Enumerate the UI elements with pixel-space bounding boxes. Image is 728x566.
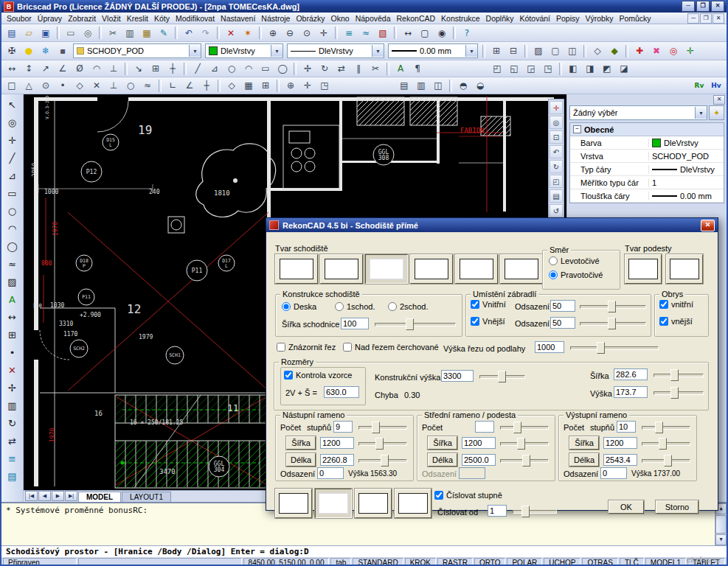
rectangle-icon[interactable]: ▭ [257, 61, 274, 77]
hatch-icon[interactable]: ▨ [4, 273, 21, 290]
kontrola-vzorce-checkbox[interactable] [284, 371, 293, 380]
linetype-combo[interactable]: DleVrstvy ▼ [287, 43, 384, 58]
menu-item-obrazky[interactable]: Obrázky [293, 13, 327, 24]
cislovat-od-input[interactable] [488, 505, 507, 517]
mtext-icon[interactable]: ¶ [409, 61, 426, 77]
text-icon[interactable]: A [392, 61, 409, 77]
vnejsi-zabradli-checkbox[interactable] [471, 317, 479, 326]
rectangle-icon[interactable]: ▭ [4, 184, 21, 202]
property-row-meritko-typu-car[interactable]: Měřítko typu čár1 [570, 176, 724, 189]
stair-preview-button-4[interactable] [395, 489, 431, 518]
menu-item-vyrobky[interactable]: Výrobky [583, 13, 617, 24]
redline-remove-icon[interactable]: ✖ [648, 43, 665, 59]
zoom-extents-icon[interactable]: ⊙ [299, 25, 315, 41]
vnitrni-zabradli-checkbox-row[interactable]: Vnitřní [471, 300, 506, 309]
maximize-button[interactable]: ❐ [696, 1, 710, 12]
vnejsi-odsazeni-input[interactable] [550, 317, 575, 329]
new-icon[interactable]: ▤ [4, 25, 20, 41]
status-toggle-standard[interactable]: STANDARD [353, 558, 403, 566]
point-style-icon[interactable]: ✛ [682, 43, 698, 59]
rotate-icon[interactable]: ↻ [316, 61, 333, 77]
obrys-vnejsi-row[interactable]: vnější [659, 317, 693, 326]
vystupni-rameno-sirka-slider[interactable] [642, 437, 690, 449]
menu-item-popisy[interactable]: Popisy [553, 13, 583, 24]
vyska-slider[interactable] [654, 386, 704, 398]
stredni-rameno-sirka-slider[interactable] [500, 437, 549, 449]
cut-icon[interactable]: ✂ [105, 25, 121, 41]
property-row-barva[interactable]: BarvaDleVrstvy [570, 136, 724, 150]
copy-icon[interactable]: ▥ [122, 25, 138, 41]
text-icon[interactable]: A [4, 290, 21, 308]
collapse-icon[interactable]: − [573, 125, 581, 133]
podesta-type-button-2[interactable] [666, 254, 703, 284]
help-icon[interactable]: ? [459, 25, 475, 41]
doc-close-button[interactable]: ✕ [713, 13, 724, 24]
rotate-icon[interactable]: ↻ [4, 414, 21, 432]
cislovat-od-slider[interactable] [513, 505, 557, 517]
snap-node-icon[interactable]: • [55, 78, 71, 94]
stredni-rameno-sirka-button[interactable]: Šířka [428, 436, 457, 450]
wireframe-icon[interactable]: ◨ [582, 61, 598, 77]
sirka-input[interactable] [614, 368, 648, 380]
render-settings-icon[interactable]: ◪ [616, 61, 632, 77]
save-icon[interactable]: ▣ [38, 25, 54, 41]
property-row-tloustka-cary[interactable]: Tloušťka čáry0.00 mm [570, 189, 724, 203]
vystupni-rameno-sirka-button[interactable]: Šířka [569, 436, 599, 450]
snap-perpendicular-icon[interactable]: ⊥ [105, 78, 122, 94]
zoom-realtime-icon[interactable]: ◎ [550, 116, 563, 129]
color-picker-icon[interactable]: ▧ [375, 25, 391, 41]
sirka-schodnice-slider[interactable] [375, 318, 456, 329]
storno-button[interactable]: Storno [656, 500, 698, 514]
stair-type-button-6[interactable] [500, 254, 543, 284]
obrys-vnitrni-checkbox[interactable] [659, 300, 668, 309]
menu-item-vlozit[interactable]: Vložit [99, 13, 124, 24]
leader-icon[interactable]: ↘ [131, 61, 147, 77]
boundary-icon[interactable]: ◫ [564, 43, 580, 59]
nastupni-rameno-odsazeni-input[interactable] [317, 467, 344, 479]
cerchovane-checkbox[interactable] [343, 343, 352, 352]
trim-icon[interactable]: ✂ [367, 61, 384, 77]
redline-add-icon[interactable]: ✚ [631, 43, 648, 59]
ellipse-icon[interactable]: ◯ [4, 237, 21, 255]
erase-icon[interactable]: ✕ [4, 361, 21, 379]
arc-icon[interactable]: ◠ [240, 61, 257, 77]
menu-item-nastroje[interactable]: Nástroje [258, 13, 293, 24]
podesta-type-button-1[interactable] [625, 254, 662, 284]
vystupni-rameno-pocet-slider[interactable] [642, 421, 690, 433]
obrys-vnejsi-checkbox[interactable] [659, 317, 668, 326]
stredni-rameno-pocet-input[interactable] [475, 421, 494, 433]
id-point-icon[interactable]: ◉ [434, 25, 450, 41]
sirka-schodnice-input[interactable] [341, 318, 369, 329]
front-view-icon[interactable]: ◰ [550, 175, 563, 188]
snap-center-icon[interactable]: ⊙ [38, 78, 54, 94]
radio-levotocive[interactable]: Levotočivé [549, 256, 600, 265]
polyline-icon[interactable]: ⊿ [207, 61, 223, 77]
layer-lock-icon[interactable]: ▪ [55, 43, 71, 59]
tolerance-icon[interactable]: ⊞ [148, 61, 164, 77]
dim-linear-icon[interactable]: ↔ [4, 61, 20, 77]
konstrukcni-vyska-slider[interactable] [479, 370, 525, 382]
grid-icon[interactable]: ▦ [240, 78, 257, 94]
zoom-window-icon[interactable]: ⊡ [550, 130, 563, 144]
pravotocive-radio[interactable] [549, 270, 558, 279]
ucs-icon[interactable]: ✠ [4, 43, 20, 59]
doc-minimize-button[interactable]: ─ [687, 13, 699, 24]
snap-intersection-icon[interactable]: ✕ [89, 78, 105, 94]
dialog-titlebar[interactable]: RekonCAD 4.5 bi - Schodiště přímé ✕ [266, 218, 718, 232]
vystupni-rameno-delka-button[interactable]: Délka [569, 453, 599, 467]
shade-icon[interactable]: ◧ [565, 61, 581, 77]
mirror-icon[interactable]: ⇄ [4, 432, 21, 450]
snap-quadrant-icon[interactable]: ◇ [72, 78, 88, 94]
rv-icon[interactable]: Rv [691, 78, 707, 94]
stredni-rameno-sirka-input[interactable] [462, 437, 496, 449]
regen-icon[interactable]: ↺ [550, 204, 563, 217]
znazornit-rez-row[interactable]: Znázornit řez [277, 343, 336, 352]
block-create-icon[interactable]: ⊞ [488, 43, 505, 59]
scroll-down-icon[interactable]: ▼ [715, 534, 727, 545]
otrack-icon[interactable]: ┼ [198, 78, 215, 94]
snap-nearest-icon[interactable]: ≈ [139, 78, 156, 94]
menu-item-pomucky[interactable]: Pomůcky [616, 13, 654, 24]
hide-icon[interactable]: ◩ [599, 61, 615, 77]
menu-item-kreslit[interactable]: Kreslit [124, 13, 151, 24]
snap-midpoint-icon[interactable]: △ [21, 78, 37, 94]
